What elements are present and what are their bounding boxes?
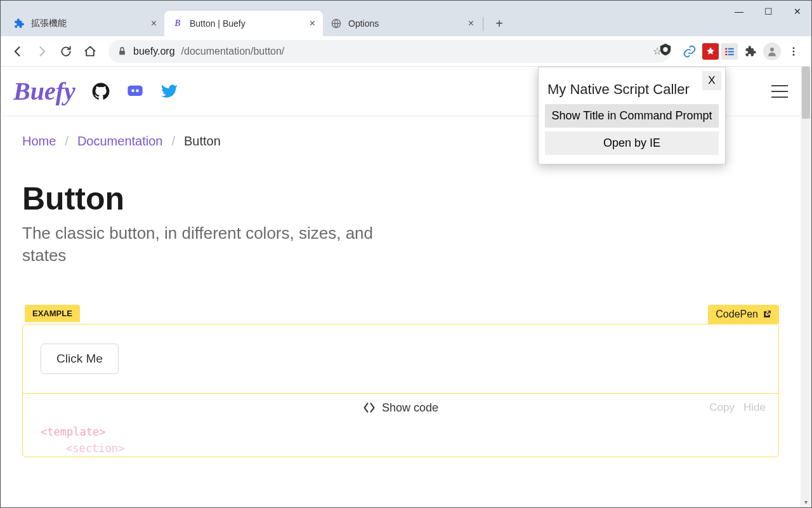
- code-icon: [363, 401, 376, 414]
- new-tab-button[interactable]: +: [488, 13, 510, 34]
- svg-rect-3: [728, 48, 734, 49]
- svg-rect-4: [725, 51, 727, 52]
- svg-point-10: [793, 50, 795, 52]
- svg-rect-1: [119, 51, 125, 55]
- window-controls: — ☐ ✕: [724, 0, 812, 23]
- tab-strip: 拡張機能 × B Button | Buefy × Options × +: [1, 1, 811, 36]
- buefy-favicon: B: [172, 18, 183, 29]
- buefy-logo[interactable]: Buefy: [13, 76, 75, 106]
- code-line: <template>: [41, 424, 761, 441]
- discord-icon[interactable]: [126, 83, 144, 100]
- maximize-button[interactable]: ☐: [754, 0, 783, 23]
- show-code-toggle[interactable]: Show code: [23, 401, 778, 415]
- svg-point-15: [136, 89, 139, 92]
- forward-button[interactable]: [30, 39, 54, 64]
- svg-rect-2: [725, 48, 727, 49]
- vertical-scrollbar[interactable]: ▾: [801, 67, 811, 507]
- example-click-me-button[interactable]: Click Me: [41, 344, 119, 374]
- example-label: EXAMPLE: [25, 305, 80, 322]
- svg-point-9: [793, 47, 795, 49]
- link-extension-icon[interactable]: [679, 41, 700, 62]
- show-code-label: Show code: [382, 401, 438, 415]
- reload-button[interactable]: [54, 39, 78, 64]
- page-subtitle: The classic button, in different colors,…: [22, 222, 391, 267]
- breadcrumb-home[interactable]: Home: [22, 134, 56, 149]
- kebab-menu-icon[interactable]: [783, 41, 804, 62]
- github-icon[interactable]: [92, 83, 110, 100]
- scrollbar-thumb[interactable]: [802, 67, 810, 119]
- title-block: Button The classic button, in different …: [1, 155, 413, 267]
- tab-buefy[interactable]: B Button | Buefy ×: [164, 11, 323, 36]
- popup-close-button[interactable]: X: [702, 71, 721, 90]
- example-box: Click Me Show code Copy Hide <template> …: [22, 324, 779, 457]
- external-link-icon: [763, 310, 771, 319]
- tab-title: Options: [348, 18, 462, 29]
- code-preview: <template> <section>: [23, 422, 778, 457]
- url-path: /documentation/button/: [181, 46, 285, 57]
- codepen-link[interactable]: CodePen: [708, 305, 779, 324]
- tab-extensions[interactable]: 拡張機能 ×: [6, 11, 164, 36]
- page-content: Buefy Home / Documentation / Button Butt: [1, 67, 801, 507]
- breadcrumb-current: Button: [184, 134, 221, 149]
- close-icon[interactable]: ×: [310, 18, 315, 29]
- extensions-puzzle-icon[interactable]: [740, 41, 761, 62]
- scroll-down-arrow[interactable]: ▾: [801, 497, 811, 507]
- show-code-row: Show code Copy Hide: [23, 393, 778, 422]
- twitter-icon[interactable]: [160, 83, 178, 100]
- popup-title: My Native Script Caller: [539, 67, 725, 104]
- browser-toolbar: buefy.org/documentation/button/ ☆: [1, 36, 811, 67]
- svg-rect-13: [128, 85, 142, 95]
- viewport: Buefy Home / Documentation / Button Butt: [1, 67, 811, 507]
- page-title: Button: [22, 180, 391, 217]
- copy-button[interactable]: Copy: [709, 401, 735, 414]
- ublock-icon[interactable]: [655, 39, 676, 60]
- popup-open-ie-button[interactable]: Open by IE: [545, 131, 719, 155]
- extension-icons: [677, 41, 806, 62]
- extension-popup: X My Native Script Caller Show Title in …: [538, 67, 726, 164]
- back-button[interactable]: [6, 39, 30, 64]
- codepen-text: CodePen: [716, 309, 758, 320]
- window-close-button[interactable]: ✕: [783, 0, 812, 23]
- svg-point-14: [131, 89, 134, 92]
- popup-show-title-button[interactable]: Show Title in Command Prompt: [545, 104, 719, 128]
- globe-icon: [331, 18, 342, 29]
- minimize-button[interactable]: —: [724, 0, 754, 23]
- hide-button[interactable]: Hide: [743, 401, 766, 414]
- address-bar[interactable]: buefy.org/documentation/button/ ☆: [108, 40, 671, 63]
- breadcrumb-sep: /: [65, 134, 69, 149]
- tab-title: 拡張機能: [31, 18, 145, 29]
- svg-point-11: [793, 53, 795, 55]
- hamburger-menu-icon[interactable]: [771, 85, 788, 98]
- svg-point-8: [770, 48, 774, 51]
- pdf-extension-icon[interactable]: [702, 43, 719, 60]
- close-icon[interactable]: ×: [468, 18, 474, 29]
- lock-icon: [117, 46, 127, 56]
- close-icon[interactable]: ×: [151, 18, 157, 29]
- svg-rect-6: [725, 53, 727, 55]
- list-extension-icon[interactable]: [721, 43, 738, 60]
- breadcrumb-docs[interactable]: Documentation: [77, 134, 163, 149]
- example-section: EXAMPLE CodePen Click Me Show code Copy …: [1, 267, 801, 457]
- tab-options[interactable]: Options ×: [323, 11, 481, 36]
- profile-avatar-icon[interactable]: [763, 43, 781, 60]
- code-line: <section>: [41, 441, 761, 457]
- svg-point-12: [663, 47, 667, 51]
- breadcrumb-sep: /: [171, 134, 175, 149]
- svg-rect-5: [728, 51, 734, 52]
- home-button[interactable]: [78, 39, 102, 64]
- url-host: buefy.org: [133, 46, 175, 57]
- tab-title: Button | Buefy: [190, 18, 303, 29]
- svg-rect-7: [728, 53, 734, 55]
- puzzle-icon: [13, 18, 25, 29]
